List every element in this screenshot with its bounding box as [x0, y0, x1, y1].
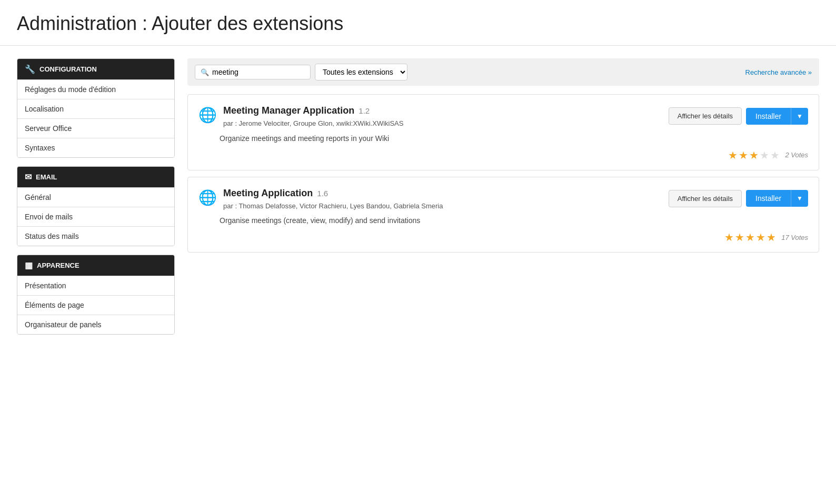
sidebar: 🔧CONFIGURATIONRéglages du mode d'édition…	[17, 58, 175, 343]
star-filled: ★	[745, 231, 755, 244]
ext-description: Organise meetings (create, view, modify)…	[220, 216, 808, 225]
sidebar-item[interactable]: Organisateur de panels	[17, 315, 174, 334]
install-button[interactable]: Installer	[746, 108, 791, 125]
star-filled: ★	[739, 149, 748, 162]
sidebar-item[interactable]: Serveur Office	[17, 118, 174, 138]
sidebar-item[interactable]: Syntaxes	[17, 138, 174, 157]
search-icon: 🔍	[201, 68, 209, 76]
ext-info: Meeting Manager Application 1.2 par : Je…	[223, 105, 662, 129]
extension-icon: 🌐	[198, 189, 217, 206]
sidebar-item[interactable]: Envoi de mails	[17, 207, 174, 226]
stars: ★★★★★	[724, 231, 776, 244]
ext-actions: Afficher les détails Installer ▼	[669, 190, 808, 207]
ext-version: 1.2	[359, 106, 370, 115]
sidebar-section-header-apparence: ▦APPARENCE	[17, 255, 174, 276]
search-input[interactable]	[212, 68, 296, 76]
ext-version: 1.6	[317, 189, 328, 198]
filter-select[interactable]: Toutes les extensionsApplicationsPlugins…	[315, 64, 407, 80]
sidebar-item[interactable]: Status des mails	[17, 226, 174, 246]
extensions-list: 🌐 Meeting Manager Application 1.2 par : …	[187, 94, 819, 253]
star-filled: ★	[756, 231, 765, 244]
ext-header: 🌐 Meeting Manager Application 1.2 par : …	[198, 105, 808, 129]
install-button[interactable]: Installer	[746, 190, 791, 207]
extension-card-meeting-manager: 🌐 Meeting Manager Application 1.2 par : …	[187, 94, 819, 170]
stars: ★★★★★	[728, 149, 780, 162]
sidebar-item[interactable]: Réglages du mode d'édition	[17, 79, 174, 99]
vote-count: 17 Votes	[781, 234, 808, 241]
details-button[interactable]: Afficher les détails	[669, 107, 742, 125]
search-bar: 🔍 Toutes les extensionsApplicationsPlugi…	[187, 58, 819, 86]
details-button[interactable]: Afficher les détails	[669, 190, 742, 207]
extension-icon: 🌐	[198, 106, 217, 124]
ext-rating: ★★★★★ 2 Votes	[198, 149, 808, 162]
vote-count: 2 Votes	[785, 151, 808, 159]
sidebar-section-label-apparence: APPARENCE	[37, 261, 79, 269]
page-title: Administration : Ajouter des extensions	[0, 0, 836, 46]
ext-name: Meeting Manager Application	[223, 105, 354, 116]
sidebar-section-header-configuration: 🔧CONFIGURATION	[17, 59, 174, 79]
ext-description: Organize meetings and meeting reports in…	[220, 134, 808, 143]
install-button-group: Installer ▼	[746, 190, 808, 207]
install-dropdown-button[interactable]: ▼	[791, 190, 808, 207]
advanced-search-link[interactable]: Recherche avancée »	[745, 68, 812, 76]
ext-author: par : Jerome Velociter, Groupe Glon, xwi…	[223, 118, 662, 129]
sidebar-item[interactable]: Éléments de page	[17, 295, 174, 315]
sidebar-item[interactable]: Localisation	[17, 99, 174, 118]
ext-title-row: Meeting Manager Application 1.2	[223, 105, 662, 116]
sidebar-item[interactable]: Général	[17, 187, 174, 207]
star-empty: ★	[770, 149, 780, 162]
sidebar-section-configuration: 🔧CONFIGURATIONRéglages du mode d'édition…	[17, 58, 175, 158]
email-icon: ✉	[25, 172, 32, 182]
star-empty: ★	[760, 149, 769, 162]
install-dropdown-button[interactable]: ▼	[791, 108, 808, 125]
sidebar-section-email: ✉EMAILGénéralEnvoi de mailsStatus des ma…	[17, 166, 175, 246]
ext-title-row: Meeting Application 1.6	[223, 188, 662, 199]
extension-card-meeting-app: 🌐 Meeting Application 1.6 par : Thomas D…	[187, 177, 819, 253]
main-content: 🔍 Toutes les extensionsApplicationsPlugi…	[187, 58, 819, 343]
star-filled: ★	[749, 149, 759, 162]
sidebar-section-header-email: ✉EMAIL	[17, 167, 174, 187]
sidebar-section-apparence: ▦APPARENCEPrésentationÉléments de pageOr…	[17, 255, 175, 335]
ext-author: par : Thomas Delafosse, Victor Rachieru,…	[223, 201, 662, 211]
install-button-group: Installer ▼	[746, 108, 808, 125]
configuration-icon: 🔧	[25, 64, 35, 74]
sidebar-section-label-email: EMAIL	[36, 173, 57, 181]
ext-info: Meeting Application 1.6 par : Thomas Del…	[223, 188, 662, 211]
star-filled: ★	[767, 231, 776, 244]
star-filled: ★	[724, 231, 734, 244]
star-filled: ★	[728, 149, 738, 162]
ext-actions: Afficher les détails Installer ▼	[669, 107, 808, 125]
sidebar-item[interactable]: Présentation	[17, 276, 174, 295]
star-filled: ★	[735, 231, 744, 244]
apparence-icon: ▦	[25, 260, 33, 270]
ext-rating: ★★★★★ 17 Votes	[198, 231, 808, 244]
ext-name: Meeting Application	[223, 188, 313, 199]
search-input-wrapper: 🔍	[195, 65, 311, 79]
sidebar-section-label-configuration: CONFIGURATION	[39, 65, 97, 73]
ext-header: 🌐 Meeting Application 1.6 par : Thomas D…	[198, 188, 808, 211]
